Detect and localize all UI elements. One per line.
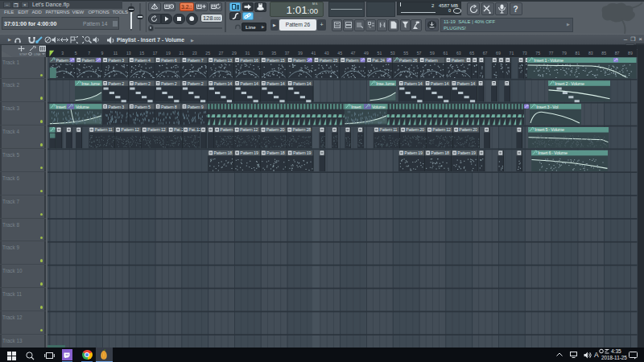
svg-text:Insert 6 - Volume: Insert 6 - Volume: [538, 150, 568, 155]
svg-text:29: 29: [232, 51, 237, 56]
svg-text:79: 79: [562, 51, 567, 56]
svg-text:57: 57: [417, 51, 422, 56]
svg-text:Pattern 2: Pattern 2: [161, 81, 177, 86]
svg-text:Pattern 20: Pattern 20: [406, 127, 424, 132]
svg-text:Pattern 19: Pattern 19: [293, 150, 312, 155]
svg-text:Pattern 2: Pattern 2: [108, 81, 124, 86]
svg-text:63: 63: [456, 51, 461, 56]
svg-text:Pattern 13: Pattern 13: [214, 58, 233, 63]
svg-text:85: 85: [601, 51, 606, 56]
svg-text:Pattern 14: Pattern 14: [266, 81, 285, 86]
svg-text:65: 65: [469, 51, 474, 56]
svg-text:Pattern 3: Pattern 3: [108, 105, 124, 109]
svg-text:Inse..Iume: Inse..Iume: [81, 81, 100, 86]
svg-text:15: 15: [139, 51, 144, 56]
svg-text:73: 73: [522, 51, 527, 56]
svg-text:Pattern 18: Pattern 18: [214, 150, 233, 155]
svg-text:3: 3: [61, 51, 64, 56]
svg-text:Pattern 2: Pattern 2: [56, 58, 72, 63]
svg-text:53: 53: [390, 51, 395, 56]
svg-text:Pattern 19: Pattern 19: [404, 150, 423, 155]
svg-text:Pattern 6: Pattern 6: [161, 58, 177, 63]
svg-text:51: 51: [378, 51, 382, 56]
svg-text:Pattern 11: Pattern 11: [379, 127, 397, 132]
svg-text:Pattern 19: Pattern 19: [457, 150, 476, 155]
svg-text:Pattern 2: Pattern 2: [188, 81, 204, 86]
svg-text:75: 75: [535, 51, 540, 56]
svg-text:Pattern: Pattern: [346, 58, 359, 63]
svg-text:33: 33: [258, 51, 263, 56]
svg-text:Pattern 5: Pattern 5: [134, 105, 151, 109]
svg-text:Pattern 23: Pattern 23: [320, 58, 338, 63]
svg-text:41: 41: [312, 51, 316, 56]
svg-text:87: 87: [615, 51, 620, 56]
svg-text:Pattern 18: Pattern 18: [431, 150, 449, 155]
svg-text:61: 61: [444, 51, 448, 56]
svg-text:71: 71: [510, 51, 514, 56]
svg-text:47: 47: [351, 51, 356, 56]
svg-text:45: 45: [337, 51, 342, 56]
svg-text:4:35: 4:35: [611, 348, 621, 354]
svg-text:77: 77: [549, 51, 554, 56]
svg-text:Pattern 12: Pattern 12: [432, 127, 451, 132]
svg-text:Pattern 2: Pattern 2: [134, 81, 151, 86]
svg-text:Pattern 14: Pattern 14: [457, 81, 476, 86]
svg-text:Insert: Insert: [351, 105, 361, 109]
svg-text:Pat..24: Pat..24: [372, 58, 385, 63]
svg-text:Pattern 14: Pattern 14: [404, 81, 423, 86]
svg-text:Pattern 16: Pattern 16: [240, 58, 258, 63]
svg-text:Pattern 20: Pattern 20: [266, 127, 285, 132]
svg-text:Pattern 14: Pattern 14: [293, 81, 312, 86]
svg-text:9: 9: [101, 51, 104, 56]
svg-text:25: 25: [205, 51, 210, 56]
svg-text:49: 49: [364, 51, 369, 56]
svg-text:11: 11: [114, 51, 118, 56]
svg-text:Pattern 14: Pattern 14: [214, 81, 233, 86]
svg-text:81: 81: [576, 51, 580, 56]
svg-text:Pattern: Pattern: [452, 58, 464, 63]
svg-text:Inse..Iume: Inse..Iume: [376, 81, 394, 86]
svg-text:Pattern 19: Pattern 19: [240, 150, 258, 155]
svg-text:Pattern 2: Pattern 2: [82, 58, 98, 63]
svg-text:Insert 3 - Vol: Insert 3 - Vol: [536, 105, 558, 109]
svg-text:Pattern 12: Pattern 12: [147, 127, 166, 132]
svg-text:59: 59: [430, 51, 435, 56]
svg-text:Pattern 4: Pattern 4: [134, 58, 151, 63]
svg-text:Pattern 26: Pattern 26: [399, 58, 418, 63]
svg-text:Insert: Insert: [56, 105, 67, 109]
svg-text:Pattern 9: Pattern 9: [188, 105, 204, 109]
svg-text:Insert 5 - Volume: Insert 5 - Volume: [535, 127, 564, 132]
svg-text:Pat..12: Pat..12: [188, 127, 201, 132]
svg-text:19: 19: [166, 51, 171, 56]
svg-text:Pattern 15: Pattern 15: [266, 58, 285, 63]
svg-text:39: 39: [298, 51, 303, 56]
svg-text:7: 7: [88, 51, 90, 56]
svg-text:Pattern 11: Pattern 11: [95, 127, 113, 132]
svg-text:Volume: Volume: [76, 105, 89, 109]
svg-text:Pattern 7: Pattern 7: [188, 58, 204, 63]
svg-text:21: 21: [180, 51, 184, 56]
svg-text:23: 23: [192, 51, 197, 56]
svg-text:13: 13: [126, 51, 131, 56]
svg-text:Pattern 12: Pattern 12: [240, 127, 258, 132]
svg-text:Pattern 8: Pattern 8: [161, 105, 177, 109]
svg-text:55: 55: [403, 51, 408, 56]
svg-text:Insert 2 - Volume: Insert 2 - Volume: [555, 81, 584, 86]
svg-text:Insert 1 - Volume: Insert 1 - Volume: [534, 58, 564, 63]
svg-text:31: 31: [246, 51, 250, 56]
svg-text:Pattern 14: Pattern 14: [431, 81, 449, 86]
svg-text:67: 67: [483, 51, 488, 56]
svg-text:Pattern 28: Pattern 28: [293, 127, 312, 132]
svg-text:37: 37: [285, 51, 290, 56]
svg-text:89: 89: [628, 51, 633, 56]
svg-text:Pattern 18: Pattern 18: [266, 150, 285, 155]
svg-text:35: 35: [271, 51, 276, 56]
svg-text:Pattern 12: Pattern 12: [121, 127, 139, 132]
svg-text:Pattern: Pattern: [425, 58, 438, 63]
svg-text:17: 17: [153, 51, 158, 56]
svg-text:Pattern 3: Pattern 3: [108, 58, 124, 63]
svg-text:5: 5: [75, 51, 77, 56]
svg-text:43: 43: [324, 51, 329, 56]
svg-text:Pattern 14: Pattern 14: [240, 81, 258, 86]
svg-text:Pattern 20: Pattern 20: [459, 127, 477, 132]
